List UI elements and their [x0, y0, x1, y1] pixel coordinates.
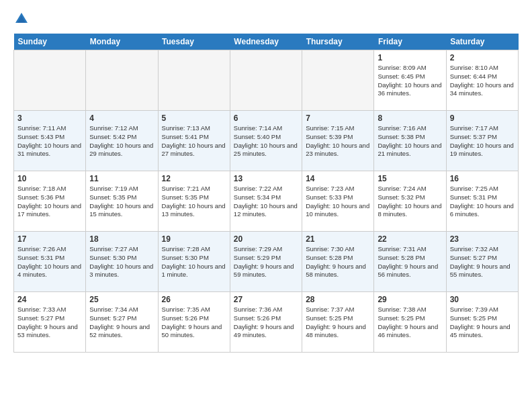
calendar-cell: 21Sunrise: 7:30 AMSunset: 5:28 PMDayligh… — [302, 232, 374, 292]
day-info: Daylight: 9 hours and 52 minutes. — [89, 323, 154, 340]
day-info: Daylight: 10 hours and 34 minutes. — [450, 81, 515, 99]
calendar-cell: 7Sunrise: 7:15 AMSunset: 5:39 PMDaylight… — [302, 111, 374, 171]
day-info: Daylight: 10 hours and 36 minutes. — [378, 81, 442, 99]
day-number: 10 — [17, 174, 82, 183]
day-info: Sunrise: 7:39 AM — [450, 306, 515, 314]
day-info: Sunrise: 7:16 AM — [378, 124, 442, 133]
day-number: 17 — [17, 234, 82, 244]
calendar-cell: 23Sunrise: 7:32 AMSunset: 5:27 PMDayligh… — [446, 232, 518, 292]
day-number: 9 — [450, 113, 515, 123]
day-info: Sunset: 5:30 PM — [162, 254, 226, 263]
day-info: Daylight: 10 hours and 23 minutes. — [306, 142, 370, 159]
day-info: Daylight: 9 hours and 49 minutes. — [234, 323, 298, 340]
day-info: Daylight: 9 hours and 58 minutes. — [306, 263, 370, 280]
day-info: Sunset: 5:38 PM — [378, 133, 442, 142]
calendar-cell — [86, 50, 158, 111]
day-info: Sunrise: 7:26 AM — [17, 245, 82, 254]
day-info: Sunset: 5:31 PM — [17, 254, 82, 263]
day-number: 12 — [162, 174, 226, 183]
day-info: Sunrise: 7:35 AM — [162, 306, 226, 314]
logo — [13, 11, 32, 27]
day-number: 27 — [234, 295, 298, 304]
day-info: Sunset: 6:44 PM — [450, 73, 515, 81]
day-info: Sunrise: 7:18 AM — [17, 185, 82, 193]
day-info: Daylight: 9 hours and 48 minutes. — [306, 323, 370, 340]
day-info: Sunrise: 7:12 AM — [89, 124, 154, 133]
day-info: Sunset: 5:35 PM — [162, 193, 226, 202]
day-info: Daylight: 10 hours and 17 minutes. — [17, 202, 82, 220]
calendar-cell: 9Sunrise: 7:17 AMSunset: 5:37 PMDaylight… — [446, 111, 518, 171]
day-info: Daylight: 10 hours and 4 minutes. — [17, 263, 82, 280]
day-number: 13 — [234, 174, 298, 183]
day-info: Sunrise: 7:37 AM — [306, 306, 370, 314]
calendar-cell: 18Sunrise: 7:27 AMSunset: 5:30 PMDayligh… — [86, 232, 158, 292]
calendar-cell: 12Sunrise: 7:21 AMSunset: 5:35 PMDayligh… — [158, 171, 230, 232]
day-info: Sunrise: 7:38 AM — [378, 306, 442, 314]
day-info: Sunset: 5:27 PM — [17, 314, 82, 323]
day-info: Daylight: 10 hours and 1 minute. — [162, 263, 226, 280]
day-info: Sunrise: 7:25 AM — [450, 185, 515, 193]
day-info: Sunrise: 7:30 AM — [306, 245, 370, 254]
day-number: 1 — [378, 53, 442, 62]
day-info: Daylight: 9 hours and 50 minutes. — [162, 323, 226, 340]
header-row: SundayMondayTuesdayWednesdayThursdayFrid… — [14, 34, 519, 50]
day-number: 23 — [450, 234, 515, 244]
day-number: 8 — [378, 113, 442, 123]
day-info: Daylight: 10 hours and 10 minutes. — [306, 202, 370, 220]
calendar-cell: 27Sunrise: 7:36 AMSunset: 5:26 PMDayligh… — [230, 292, 302, 353]
day-info: Sunrise: 7:22 AM — [234, 185, 298, 193]
day-info: Sunset: 5:30 PM — [89, 254, 154, 263]
day-number: 29 — [378, 295, 442, 304]
day-info: Sunrise: 7:27 AM — [89, 245, 154, 254]
day-info: Daylight: 9 hours and 55 minutes. — [450, 263, 515, 280]
day-number: 3 — [17, 113, 82, 123]
day-info: Sunrise: 7:21 AM — [162, 185, 226, 193]
day-number: 26 — [162, 295, 226, 304]
day-number: 20 — [234, 234, 298, 244]
week-row-5: 24Sunrise: 7:33 AMSunset: 5:27 PMDayligh… — [14, 292, 519, 353]
calendar-cell: 17Sunrise: 7:26 AMSunset: 5:31 PMDayligh… — [14, 232, 86, 292]
day-number: 19 — [162, 234, 226, 244]
day-info: Daylight: 10 hours and 27 minutes. — [162, 142, 226, 159]
day-info: Sunset: 6:45 PM — [378, 73, 442, 81]
day-info: Sunset: 5:33 PM — [306, 193, 370, 202]
week-row-4: 17Sunrise: 7:26 AMSunset: 5:31 PMDayligh… — [14, 232, 519, 292]
calendar-cell: 6Sunrise: 7:14 AMSunset: 5:40 PMDaylight… — [230, 111, 302, 171]
day-info: Sunset: 5:39 PM — [306, 133, 370, 142]
day-number: 16 — [450, 174, 515, 183]
day-number: 24 — [17, 295, 82, 304]
calendar-cell: 20Sunrise: 7:29 AMSunset: 5:29 PMDayligh… — [230, 232, 302, 292]
day-info: Daylight: 9 hours and 45 minutes. — [450, 323, 515, 340]
calendar-cell — [302, 50, 374, 111]
calendar-cell: 3Sunrise: 7:11 AMSunset: 5:43 PMDaylight… — [14, 111, 86, 171]
day-header-thursday: Thursday — [302, 34, 374, 50]
calendar-cell — [230, 50, 302, 111]
day-info: Sunset: 5:42 PM — [89, 133, 154, 142]
calendar-cell: 29Sunrise: 7:38 AMSunset: 5:25 PMDayligh… — [374, 292, 446, 353]
calendar-cell: 4Sunrise: 7:12 AMSunset: 5:42 PMDaylight… — [86, 111, 158, 171]
day-info: Sunset: 5:37 PM — [450, 133, 515, 142]
day-number: 21 — [306, 234, 370, 244]
day-info: Sunset: 5:29 PM — [234, 254, 298, 263]
day-info: Sunset: 5:34 PM — [234, 193, 298, 202]
day-number: 5 — [162, 113, 226, 123]
calendar-cell — [158, 50, 230, 111]
day-info: Daylight: 10 hours and 19 minutes. — [450, 142, 515, 159]
day-info: Sunrise: 7:36 AM — [234, 306, 298, 314]
day-number: 2 — [450, 53, 515, 62]
calendar-cell: 26Sunrise: 7:35 AMSunset: 5:26 PMDayligh… — [158, 292, 230, 353]
calendar-cell: 16Sunrise: 7:25 AMSunset: 5:31 PMDayligh… — [446, 171, 518, 232]
day-info: Sunset: 5:36 PM — [17, 193, 82, 202]
day-header-monday: Monday — [86, 34, 158, 50]
day-info: Sunset: 5:25 PM — [450, 314, 515, 323]
calendar-cell: 13Sunrise: 7:22 AMSunset: 5:34 PMDayligh… — [230, 171, 302, 232]
day-info: Daylight: 9 hours and 59 minutes. — [234, 263, 298, 280]
day-info: Sunrise: 7:17 AM — [450, 124, 515, 133]
day-info: Sunrise: 7:32 AM — [450, 245, 515, 254]
day-info: Sunset: 5:28 PM — [306, 254, 370, 263]
day-number: 28 — [306, 295, 370, 304]
day-info: Sunrise: 7:28 AM — [162, 245, 226, 254]
day-info: Sunset: 5:28 PM — [378, 254, 442, 263]
logo-icon — [13, 11, 30, 27]
day-info: Sunrise: 8:09 AM — [378, 64, 442, 73]
